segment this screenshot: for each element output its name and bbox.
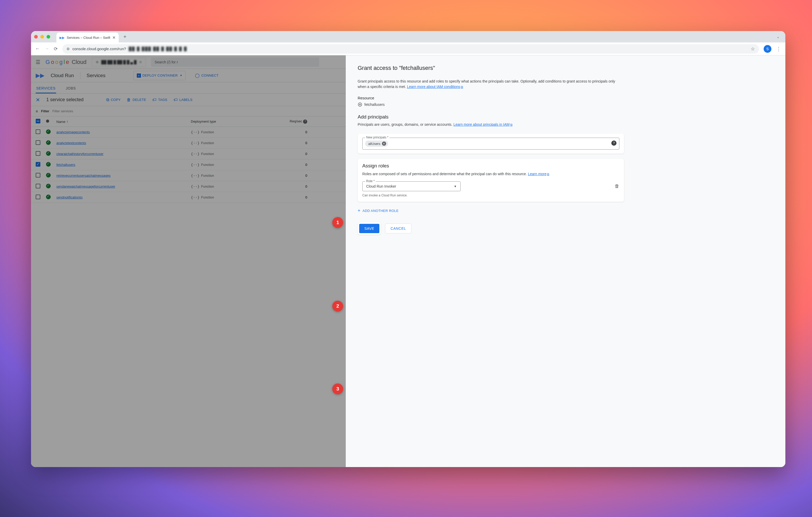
browser-tab[interactable]: ▶▶ Services – Cloud Run – Swift ✕ xyxy=(56,33,119,43)
gcp-search[interactable]: Search (/) for r xyxy=(151,57,319,67)
window-controls xyxy=(34,35,50,38)
new-tab-button[interactable]: + xyxy=(121,34,129,40)
assign-roles-box: Assign roles Roles are composed of sets … xyxy=(358,159,624,202)
callout-2: 2 xyxy=(332,301,343,311)
browser-menu-icon[interactable]: ⋮ xyxy=(776,46,781,52)
row-checkbox[interactable] xyxy=(36,184,40,188)
plus-icon: + xyxy=(358,208,360,214)
back-button[interactable]: ← xyxy=(35,46,40,52)
learn-principals-link[interactable]: Learn more about principals in IAM⧉ xyxy=(453,123,512,127)
row-checkbox[interactable] xyxy=(36,162,40,167)
minimize-window-button[interactable] xyxy=(40,35,44,38)
panel-buttons: SAVE CANCEL xyxy=(358,222,774,235)
select-all-checkbox[interactable] xyxy=(36,119,40,124)
row-checkbox[interactable] xyxy=(36,173,40,178)
dropdown-icon: ▼ xyxy=(180,74,182,77)
reload-button[interactable]: ⟳ xyxy=(54,46,58,52)
service-link[interactable]: analyzetextcontents xyxy=(56,141,86,145)
external-link-icon: ⧉ xyxy=(461,85,463,89)
row-checkbox[interactable] xyxy=(36,195,40,199)
maximize-window-button[interactable] xyxy=(47,35,50,38)
deployment-type: {··}Function xyxy=(191,195,284,199)
browser-tabbar: ▶▶ Services – Cloud Run – Swift ✕ + ⌄ xyxy=(31,31,785,43)
search-placeholder: Search (/) for r xyxy=(155,60,178,64)
service-link[interactable]: sendanewaichatmessageforcurrentuser xyxy=(56,185,115,188)
service-link[interactable]: analyzeimagecontents xyxy=(56,130,90,134)
panel-title: Grant access to "fetchallusers" xyxy=(358,65,774,72)
deploy-container-button[interactable]: + DEPLOY CONTAINER ▼ xyxy=(134,71,186,80)
sort-asc-icon[interactable]: ↑ xyxy=(66,119,68,124)
external-link-icon: ⧉ xyxy=(547,172,549,176)
close-tab-icon[interactable]: ✕ xyxy=(112,35,116,40)
service-link[interactable]: fetchallusers xyxy=(56,163,75,167)
add-another-role-button[interactable]: + ADD ANOTHER ROLE xyxy=(358,208,774,214)
panel-description: Grant principals access to this resource… xyxy=(358,79,621,89)
clear-selection-icon[interactable]: ✕ xyxy=(36,97,40,103)
deployment-type: {··}Function xyxy=(191,152,284,156)
cloudrun-icon: ▶▶ xyxy=(36,72,45,79)
add-principals-desc: Principals are users, groups, domains, o… xyxy=(358,122,621,127)
tabs-dropdown-icon[interactable]: ⌄ xyxy=(774,35,782,39)
tab-jobs[interactable]: JOBS xyxy=(65,86,77,93)
row-checkbox[interactable] xyxy=(36,140,40,145)
site-settings-icon[interactable]: ⚙ xyxy=(66,47,70,51)
close-window-button[interactable] xyxy=(34,35,38,38)
github-icon: ◯ xyxy=(195,73,200,78)
learn-roles-link[interactable]: Learn more⧉ xyxy=(528,172,549,176)
delete-button[interactable]: 🗑DELETE xyxy=(127,98,146,102)
service-link[interactable]: sendnotificationto xyxy=(56,195,83,199)
grant-access-panel: Grant access to "fetchallusers" Grant pr… xyxy=(346,55,785,467)
tab-services[interactable]: SERVICES xyxy=(36,86,56,93)
resource-name: fetchallusers xyxy=(365,103,385,107)
svg-point-1 xyxy=(359,104,361,105)
req-per-sec: 0 xyxy=(284,185,315,188)
assign-roles-desc: Roles are composed of sets of permission… xyxy=(362,171,619,177)
req-per-sec: 0 xyxy=(284,163,315,167)
req-per-sec: 0 xyxy=(284,141,315,145)
service-icon xyxy=(358,102,362,107)
copy-icon: ⧉ xyxy=(106,98,109,102)
field-help-icon[interactable]: ? xyxy=(611,140,616,146)
tags-button[interactable]: 🏷TAGS xyxy=(152,98,167,102)
row-checkbox[interactable] xyxy=(36,151,40,156)
remove-chip-icon[interactable]: ✕ xyxy=(382,141,386,146)
role-select[interactable]: Role * Cloud Run Invoker ▼ xyxy=(362,182,461,191)
project-picker[interactable]: ✦ ██ ██ █ ██ █ █ ▄ █ ▼ xyxy=(92,57,146,67)
learn-iam-conditions-link[interactable]: Learn more about IAM conditions⧉ xyxy=(407,85,463,89)
connect-repo-button[interactable]: ◯ CONNECT xyxy=(192,71,222,80)
browser-toolbar: ← → ⟳ ⚙ console.cloud.google.com/run? ██… xyxy=(31,43,785,55)
url-obscured: ██ █ ███ ██ █ ██ █ █ █ xyxy=(129,47,187,51)
resource-row: fetchallusers xyxy=(358,102,774,107)
address-bar[interactable]: ⚙ console.cloud.google.com/run? ██ █ ███… xyxy=(62,44,759,54)
new-principals-field[interactable]: New principals * allUsers ✕ ? xyxy=(362,138,619,149)
forward-button[interactable]: → xyxy=(45,46,49,52)
req-per-sec: 0 xyxy=(284,152,315,156)
req-per-sec: 0 xyxy=(284,195,315,199)
gcp-logo[interactable]: Google Cloud xyxy=(46,59,87,65)
cancel-button[interactable]: CANCEL xyxy=(385,223,411,234)
service-link[interactable]: clearaichathistoryforcurrentuser xyxy=(56,152,104,156)
deployment-type: {··}Function xyxy=(191,185,284,189)
bookmark-icon[interactable]: ☆ xyxy=(751,46,755,52)
principals-field-box: New principals * allUsers ✕ ? xyxy=(358,134,624,154)
service-link[interactable]: retrievecurrentusersaichatmessages xyxy=(56,174,111,178)
labels-button[interactable]: 🏷LABELS xyxy=(174,98,193,102)
product-title: Cloud Run xyxy=(51,73,74,78)
delete-role-icon[interactable]: 🗑 xyxy=(615,184,619,189)
tab-title: Services – Cloud Run – Swift xyxy=(67,36,110,39)
save-button[interactable]: SAVE xyxy=(359,224,379,233)
nav-menu-icon[interactable]: ☰ xyxy=(36,59,40,65)
status-ok-icon xyxy=(46,129,51,134)
trash-icon: 🗑 xyxy=(127,98,131,102)
row-checkbox[interactable] xyxy=(36,129,40,134)
copy-button[interactable]: ⧉COPY xyxy=(106,98,120,102)
add-principals-heading: Add principals xyxy=(358,114,774,120)
status-header-icon xyxy=(46,119,49,123)
browser-window: ▶▶ Services – Cloud Run – Swift ✕ + ⌄ ← … xyxy=(31,31,785,467)
help-icon[interactable]: ? xyxy=(303,119,307,124)
save-button-highlight: SAVE xyxy=(358,222,381,235)
principal-chip: allUsers ✕ xyxy=(365,140,388,147)
status-ok-icon xyxy=(46,162,51,167)
profile-avatar[interactable]: S xyxy=(764,45,772,53)
filter-placeholder: Filter services xyxy=(53,109,73,113)
